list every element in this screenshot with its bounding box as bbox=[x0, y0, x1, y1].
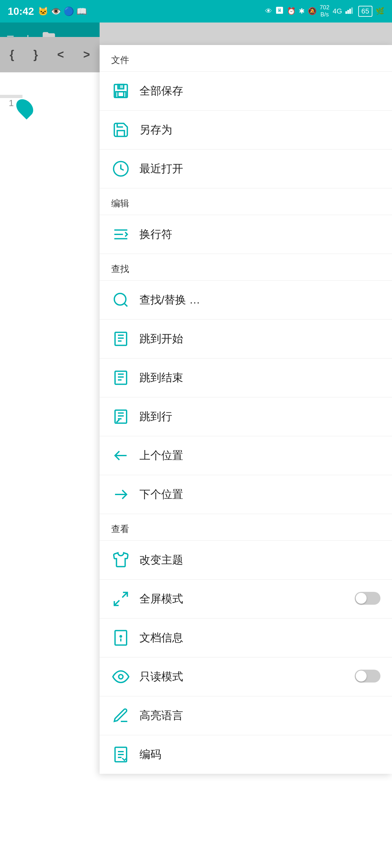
recent-label: 最近打开 bbox=[139, 161, 183, 176]
mute-icon: 🔕 bbox=[308, 7, 317, 16]
menu-item-highlight[interactable]: 高亮语言 bbox=[100, 696, 392, 735]
highlight-label: 高亮语言 bbox=[139, 708, 183, 723]
main-layout: ≡ + 无标题 1 | UTF-8 Text 1 bbox=[0, 23, 392, 72]
menu-item-go-end[interactable]: 跳到结束 bbox=[100, 359, 392, 397]
svg-point-12 bbox=[115, 293, 126, 305]
line-number-1: 1 bbox=[9, 98, 14, 108]
eye-status-icon: 👁 bbox=[265, 7, 272, 16]
readonly-toggle-switch[interactable] bbox=[355, 670, 381, 682]
emoji-icon-4: 📖 bbox=[76, 6, 87, 17]
status-time: 10:42 bbox=[8, 5, 34, 18]
change-theme-label: 改变主题 bbox=[139, 553, 183, 567]
section-header-edit: 编辑 bbox=[100, 188, 392, 215]
arrow-left-icon bbox=[111, 446, 130, 465]
battery-leaf: 🌿 bbox=[375, 7, 384, 16]
svg-rect-6 bbox=[118, 92, 124, 97]
svg-rect-1 bbox=[347, 10, 349, 14]
save-all-icon bbox=[111, 81, 130, 101]
data-speed: 702B/s bbox=[320, 4, 329, 18]
next-pos-label: 下个位置 bbox=[139, 487, 183, 502]
shirt-icon bbox=[111, 550, 130, 570]
fullscreen-toggle-switch[interactable] bbox=[355, 592, 381, 605]
svg-line-13 bbox=[124, 303, 127, 306]
doc-info-icon bbox=[111, 628, 130, 648]
go-end-icon bbox=[111, 368, 130, 388]
alarm-icon: ⏰ bbox=[287, 7, 296, 16]
emoji-icon-2: 👁️ bbox=[51, 6, 61, 17]
nfc-icon bbox=[275, 6, 284, 17]
go-line-label: 跳到行 bbox=[139, 409, 172, 424]
go-end-label: 跳到结束 bbox=[139, 370, 183, 385]
go-start-icon bbox=[111, 329, 130, 348]
arrow-right-icon bbox=[111, 485, 130, 504]
svg-rect-30 bbox=[115, 631, 127, 645]
menu-item-save-as[interactable]: 另存为 bbox=[100, 111, 392, 149]
menu-item-go-start[interactable]: 跳到开始 bbox=[100, 319, 392, 358]
menu-item-fullscreen[interactable]: 全屏模式 bbox=[100, 580, 392, 618]
status-bar-left: 10:42 🐱 👁️ 🔵 📖 bbox=[8, 5, 87, 18]
menu-item-find-replace[interactable]: 查找/替换 … bbox=[100, 281, 392, 319]
menu-item-go-line[interactable]: 跳到行 bbox=[100, 397, 392, 436]
text-cursor bbox=[23, 95, 26, 124]
emoji-icon-1: 🐱 bbox=[38, 6, 48, 17]
fullscreen-label: 全屏模式 bbox=[139, 591, 183, 606]
line-gutter: 1 bbox=[0, 95, 23, 98]
readonly-label: 只读模式 bbox=[139, 669, 183, 684]
signal-icon bbox=[346, 7, 355, 16]
svg-rect-0 bbox=[346, 11, 347, 14]
menu-item-line-ending[interactable]: 换行符 bbox=[100, 215, 392, 254]
section-header-find: 查找 bbox=[100, 254, 392, 280]
network-type: 4G bbox=[332, 7, 342, 16]
menu-item-recent[interactable]: 最近打开 bbox=[100, 150, 392, 188]
menu-item-next-pos[interactable]: 下个位置 bbox=[100, 475, 392, 514]
readonly-toggle[interactable] bbox=[355, 670, 381, 684]
dropdown-menu: 文件 全部保存 bbox=[100, 45, 392, 774]
svg-rect-22 bbox=[115, 410, 127, 424]
save-as-icon bbox=[111, 120, 130, 140]
svg-line-28 bbox=[123, 592, 128, 598]
eye-icon bbox=[111, 667, 130, 686]
cursor-dot bbox=[13, 96, 37, 120]
save-all-label: 全部保存 bbox=[139, 84, 183, 98]
doc-info-label: 文档信息 bbox=[139, 630, 183, 645]
status-bar-right: 👁 ⏰ ✱ 🔕 702B/s 4G 65 🌿 bbox=[265, 4, 384, 18]
fullscreen-icon bbox=[111, 589, 130, 609]
pen-icon bbox=[111, 706, 130, 725]
menu-item-prev-pos[interactable]: 上个位置 bbox=[100, 436, 392, 475]
menu-item-encoding[interactable]: 编码 bbox=[100, 735, 392, 774]
search-icon bbox=[111, 290, 130, 310]
battery-level: 65 bbox=[358, 6, 372, 17]
status-bar: 10:42 🐱 👁️ 🔵 📖 👁 ⏰ ✱ 🔕 702B/s 4G 65 bbox=[0, 0, 392, 23]
svg-rect-18 bbox=[115, 371, 127, 384]
prev-pos-label: 上个位置 bbox=[139, 448, 183, 463]
go-line-icon bbox=[111, 407, 130, 426]
emoji-icon-3: 🔵 bbox=[64, 6, 74, 17]
status-app-icons: 🐱 👁️ 🔵 📖 bbox=[38, 6, 87, 17]
menu-item-save-all[interactable]: 全部保存 bbox=[100, 72, 392, 110]
svg-point-33 bbox=[119, 675, 123, 679]
svg-rect-14 bbox=[115, 333, 127, 346]
svg-rect-2 bbox=[349, 9, 351, 14]
clock-icon bbox=[111, 159, 130, 179]
fullscreen-toggle[interactable] bbox=[355, 592, 381, 606]
section-header-file: 文件 bbox=[100, 45, 392, 71]
go-start-label: 跳到开始 bbox=[139, 332, 183, 346]
encoding-icon bbox=[111, 745, 130, 764]
line-ending-icon bbox=[111, 225, 130, 244]
menu-item-change-theme[interactable]: 改变主题 bbox=[100, 541, 392, 579]
line-ending-label: 换行符 bbox=[139, 227, 172, 242]
encoding-label: 编码 bbox=[139, 747, 161, 762]
menu-item-doc-info[interactable]: 文档信息 bbox=[100, 619, 392, 657]
save-as-label: 另存为 bbox=[139, 123, 172, 137]
menu-item-readonly[interactable]: 只读模式 bbox=[100, 657, 392, 696]
svg-rect-3 bbox=[351, 7, 353, 14]
bluetooth-icon: ✱ bbox=[299, 7, 304, 16]
find-replace-label: 查找/替换 … bbox=[139, 292, 200, 307]
svg-point-31 bbox=[120, 636, 122, 637]
svg-line-29 bbox=[115, 600, 120, 606]
section-header-view: 查看 bbox=[100, 514, 392, 540]
